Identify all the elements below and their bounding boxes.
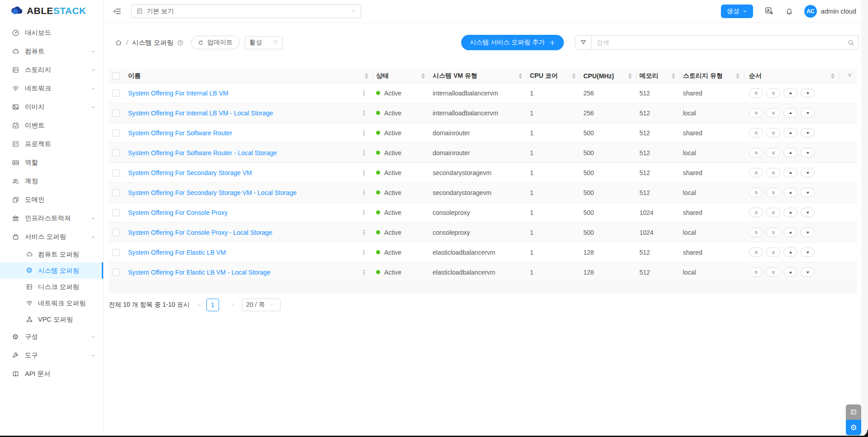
offering-name-link[interactable]: System Offering For Secondary Storage VM… [128,189,296,196]
avatar[interactable]: AC [804,5,817,18]
row-checkbox[interactable] [112,149,119,157]
sort-carets-icon[interactable] [736,73,739,79]
sidebar-item-dashboard[interactable]: 대시보드 [0,24,103,42]
page-1-button[interactable]: 1 [206,299,219,311]
row-actions-icon[interactable] [361,229,367,236]
sidebar-item-system-offerings[interactable]: ⚙ 시스템 오퍼링 [0,262,103,279]
sidebar-item-compute[interactable]: 컴퓨트 [0,42,103,61]
move-down-button[interactable] [801,88,815,98]
move-up-button[interactable] [783,267,797,277]
question-circle-icon[interactable] [177,39,184,46]
row-actions-icon[interactable] [361,249,367,256]
move-to-top-button[interactable] [749,267,763,277]
settings-button[interactable]: ⚙ [846,420,861,435]
column-header-vmtype[interactable]: 시스템 VM 유형 [430,69,527,83]
move-down-button[interactable] [801,267,815,277]
row-checkbox[interactable] [112,249,119,256]
move-down-button[interactable] [801,108,815,118]
sidebar-item-infrastructure[interactable]: 인프라스트럭쳐 [0,209,103,228]
move-down-button[interactable] [801,168,815,177]
move-to-bottom-button[interactable] [766,148,780,157]
row-checkbox[interactable] [112,90,119,97]
translate-icon[interactable] [765,7,773,15]
sidebar-item-network-offerings[interactable]: 네트워크 오퍼링 [0,295,103,311]
next-page-icon[interactable] [230,302,236,308]
view-select[interactable]: 기본 보기 [131,5,361,18]
sidebar-item-domains[interactable]: 도메인 [0,190,103,209]
refresh-button[interactable]: 업데이트 [191,36,239,49]
search-input[interactable] [591,36,843,49]
bell-icon[interactable] [785,7,793,15]
row-actions-icon[interactable] [361,190,367,196]
sidebar-item-disk-offerings[interactable]: 디스크 오퍼링 [0,279,103,295]
column-filter-funnel-icon[interactable] [847,73,853,79]
offering-name-link[interactable]: System Offering For Internal LB VM - Loc… [128,109,273,117]
move-to-bottom-button[interactable] [766,267,780,277]
move-up-button[interactable] [783,108,797,118]
offering-name-link[interactable]: System Offering For Software Router [128,129,232,137]
sidebar-item-compute-offerings[interactable]: 컴퓨트 오퍼링 [0,246,103,262]
row-checkbox[interactable] [112,269,119,276]
column-header-name[interactable]: 이름 [125,69,373,83]
state-filter-select[interactable]: 활성 [245,36,283,49]
row-checkbox[interactable] [112,229,119,236]
prev-page-icon[interactable] [196,302,202,308]
move-to-top-button[interactable] [749,188,763,197]
move-down-button[interactable] [801,208,815,217]
sidebar-item-service-offerings[interactable]: 서비스 오퍼링 [0,228,103,246]
row-checkbox[interactable] [112,209,119,216]
move-up-button[interactable] [783,168,797,177]
sidebar-item-api-docs[interactable]: API 문서 [0,365,103,383]
move-up-button[interactable] [783,88,797,98]
ablestack-logo[interactable]: ABLESTACK [0,0,103,22]
move-to-top-button[interactable] [749,108,763,118]
move-up-button[interactable] [783,128,797,138]
move-down-button[interactable] [801,247,815,257]
move-to-bottom-button[interactable] [766,168,780,177]
column-header-state[interactable]: 상태 [373,69,430,83]
offering-name-link[interactable]: System Offering For Internal LB VM [128,90,229,97]
move-to-top-button[interactable] [749,228,763,237]
row-checkbox[interactable] [112,169,119,176]
sidebar-item-network[interactable]: 네트워크 [0,79,103,98]
column-header-memory[interactable]: 메모리 [637,69,680,83]
move-to-top-button[interactable] [749,88,763,98]
sidebar-item-accounts[interactable]: 계정 [0,172,103,190]
move-up-button[interactable] [783,247,797,257]
sidebar-item-events[interactable]: 이벤트 [0,116,103,135]
move-to-bottom-button[interactable] [766,247,780,257]
row-actions-icon[interactable] [361,110,367,116]
move-to-bottom-button[interactable] [766,128,780,138]
move-to-top-button[interactable] [749,208,763,217]
move-up-button[interactable] [783,188,797,197]
sort-carets-icon[interactable] [519,73,522,79]
select-all-checkbox[interactable] [112,72,119,80]
sort-carets-icon[interactable] [831,73,835,79]
search-icon[interactable] [843,36,858,49]
offering-name-link[interactable]: System Offering For Console Proxy [128,209,228,216]
offering-name-link[interactable]: System Offering For Elastic LB VM [128,249,226,256]
move-down-button[interactable] [801,148,815,157]
row-actions-icon[interactable] [361,209,367,216]
event-log-button[interactable] [846,404,861,420]
main-scrollbar[interactable] [862,0,868,437]
sidebar-item-configuration[interactable]: ⚙ 구성 [0,328,103,346]
sort-carets-icon[interactable] [572,73,576,79]
move-up-button[interactable] [783,148,797,157]
row-checkbox[interactable] [112,189,119,196]
move-to-bottom-button[interactable] [766,108,780,118]
row-actions-icon[interactable] [361,150,367,156]
row-actions-icon[interactable] [361,170,367,176]
sidebar-item-storage[interactable]: 스토리지 [0,61,103,79]
column-header-cpu-cores[interactable]: CPU 코어 [527,69,581,83]
move-down-button[interactable] [801,228,815,237]
sort-carets-icon[interactable] [672,73,675,79]
column-header-order[interactable]: 순서 [744,69,839,83]
sidebar-item-roles[interactable]: 역할 [0,153,103,172]
home-icon[interactable] [115,39,122,46]
move-down-button[interactable] [801,188,815,197]
menu-fold-icon[interactable] [113,7,121,15]
sidebar-item-tools[interactable]: 도구 [0,346,103,365]
search-filter-funnel-icon[interactable] [575,36,591,49]
move-up-button[interactable] [783,228,797,237]
